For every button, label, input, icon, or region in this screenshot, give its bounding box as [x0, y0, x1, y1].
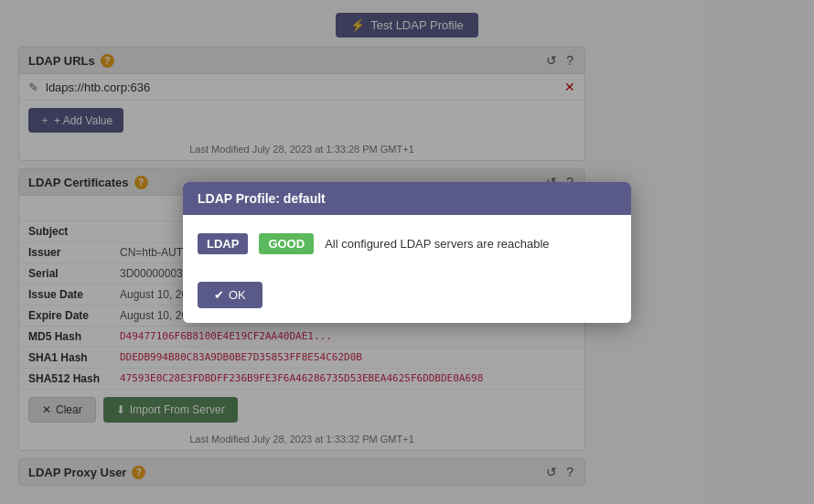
ok-button[interactable]: ✔ OK [198, 282, 262, 308]
modal-header: LDAP Profile: default [183, 182, 631, 215]
ldap-profile-modal: LDAP Profile: default LDAP GOOD All conf… [183, 182, 631, 323]
modal-overlay[interactable]: LDAP Profile: default LDAP GOOD All conf… [0, 0, 814, 504]
page-wrapper: ⚡ Test LDAP Profile LDAP URLs ? ↺ ? ✎ ld… [0, 0, 814, 504]
ldap-badge: LDAP [198, 233, 248, 254]
ok-label: OK [229, 288, 246, 302]
modal-footer: ✔ OK [183, 273, 631, 323]
modal-message: All configured LDAP servers are reachabl… [325, 237, 549, 251]
good-badge: GOOD [259, 233, 314, 254]
modal-body: LDAP GOOD All configured LDAP servers ar… [183, 215, 631, 273]
modal-title: LDAP Profile: default [198, 191, 326, 206]
checkmark-icon: ✔ [214, 288, 224, 302]
